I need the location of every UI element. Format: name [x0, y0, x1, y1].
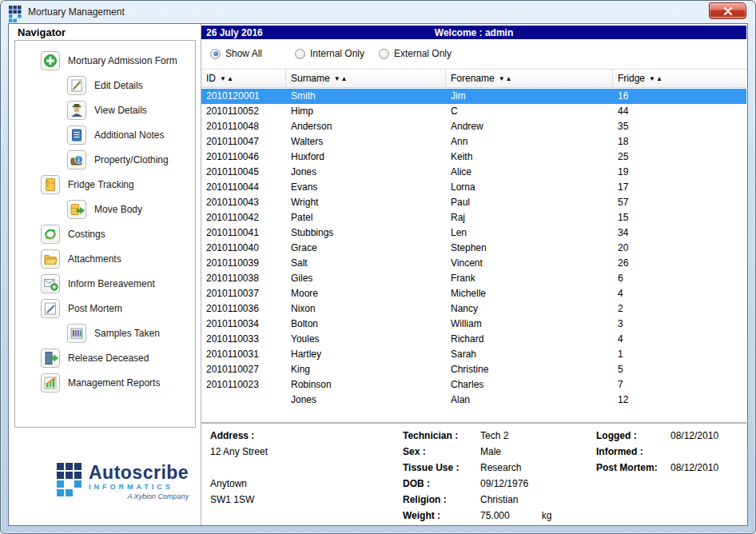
cell-fridge: 26: [618, 256, 746, 271]
nav-item-property-clothing[interactable]: Property/Clothing: [67, 150, 169, 169]
sort-arrows-icon[interactable]: ▼▲: [334, 75, 348, 82]
nav-item-label: Inform Bereavement: [68, 278, 155, 289]
cell-fridge: 1: [618, 347, 746, 362]
nav-item-management-reports[interactable]: Management Reports: [41, 373, 160, 393]
cell-id: 2010110043: [206, 195, 284, 210]
table-row[interactable]: 2010110031HartleySarah1: [201, 347, 746, 362]
table-row[interactable]: JonesAlan12: [201, 393, 746, 408]
cell-id: 2010110031: [206, 347, 284, 362]
nav-item-inform-bereavement[interactable]: Inform Bereavement: [41, 274, 155, 293]
detail-label-weight-: Weight :: [403, 508, 480, 524]
cell-id: 2010110042: [206, 210, 284, 225]
radio-circle-icon[interactable]: [295, 49, 305, 59]
table-row[interactable]: 2010110023RobinsonCharles7: [201, 377, 746, 393]
cell-surname: King: [291, 362, 444, 377]
detail-label-sex-: Sex :: [403, 444, 480, 460]
nav-item-move-body[interactable]: Move Body: [67, 200, 142, 219]
table-row[interactable]: 2010110044EvansLorna17: [201, 180, 746, 195]
cell-forename: Raj: [451, 210, 611, 225]
nav-item-label: Move Body: [94, 204, 142, 215]
table-row[interactable]: 2010110045JonesAlice19: [201, 165, 746, 180]
detail-label-tissue-use-: Tissue Use :: [403, 460, 480, 476]
radio-circle-icon[interactable]: [210, 49, 221, 59]
table-row[interactable]: 2010110043WrightPaul57: [201, 195, 746, 210]
cell-fridge: 25: [618, 149, 746, 165]
column-header-id[interactable]: ID▼▲: [201, 70, 286, 87]
table-row[interactable]: 2010110042PatelRaj15: [201, 210, 746, 225]
radio-label: Internal Only: [310, 48, 364, 59]
address-label: Address :: [210, 428, 254, 444]
window-content: Navigator Mortuary Admission FormEdit De…: [8, 23, 748, 526]
cell-surname: Salt: [291, 256, 444, 271]
table-row[interactable]: 2010110047WaltersAnn18: [201, 134, 746, 149]
cell-id: 2010110047: [206, 134, 284, 149]
table-row[interactable]: 2010110038GilesFrank6: [201, 271, 746, 286]
nav-item-label: Costings: [68, 229, 105, 240]
nav-item-fridge-tracking[interactable]: Fridge Tracking: [41, 175, 134, 194]
nav-item-label: Edit Details: [94, 80, 143, 91]
table-row[interactable]: 2010110036NixonNancy2: [201, 301, 746, 317]
cell-fridge: 3: [618, 317, 746, 332]
nav-item-mortuary-admission-form[interactable]: Mortuary Admission Form: [41, 51, 177, 70]
cell-forename: Ann: [451, 134, 611, 149]
table-row[interactable]: 2010110046HuxfordKeith25: [201, 149, 746, 165]
table-row[interactable]: 2010110040GraceStephen20: [201, 241, 746, 256]
cell-surname: Huxford: [291, 149, 444, 165]
cell-id: 2010110048: [206, 119, 284, 134]
nav-item-additional-notes[interactable]: Additional Notes: [67, 126, 164, 145]
detail-label-post-mortem-: Post Mortem:: [596, 460, 670, 476]
nav-item-label: Samples Taken: [94, 328, 160, 339]
nav-item-edit-details[interactable]: Edit Details: [67, 76, 143, 95]
post-mortem-icon: [41, 299, 60, 318]
nav-item-view-details[interactable]: View Details: [67, 101, 147, 120]
column-header-forename[interactable]: Forename▼▲: [446, 70, 613, 87]
nav-item-release-deceased[interactable]: Release Deceased: [41, 349, 149, 368]
nav-item-costings[interactable]: Costings: [41, 225, 105, 244]
table-row[interactable]: 2010110041StubbingsLen34: [201, 225, 746, 241]
table-row[interactable]: 2010110033YoulesRichard4: [201, 332, 746, 347]
cell-fridge: 15: [618, 210, 746, 225]
table-row[interactable]: 2010110039SaltVincent26: [201, 256, 746, 271]
radio-circle-icon[interactable]: [379, 49, 389, 59]
cell-id: 2010110034: [206, 317, 284, 332]
close-x-icon: [723, 7, 733, 15]
table-row[interactable]: 2010110027KingChristine5: [201, 362, 746, 377]
cell-fridge: 57: [618, 195, 746, 210]
cell-forename: Charles: [451, 377, 611, 393]
sort-arrows-icon[interactable]: ▼▲: [499, 75, 513, 82]
cell-forename: Paul: [451, 195, 611, 210]
nav-item-label: Post Mortem: [68, 303, 122, 314]
nav-item-attachments[interactable]: Attachments: [41, 249, 121, 269]
radio-external-only[interactable]: External Only: [379, 48, 452, 59]
nav-item-label: Property/Clothing: [94, 154, 169, 165]
radio-show-all[interactable]: Show All: [210, 48, 262, 59]
costings-icon: [41, 225, 60, 244]
table-row[interactable]: 2010110037MooreMichelle4: [201, 286, 746, 301]
radio-internal-only[interactable]: Internal Only: [295, 48, 364, 59]
title-bar[interactable]: Mortuary Management: [1, 1, 755, 23]
sort-arrows-icon[interactable]: ▼▲: [649, 75, 663, 82]
property-clothing-icon: [67, 150, 86, 169]
table-row[interactable]: 2010110052HimpC44: [201, 104, 746, 119]
nav-item-post-mortem[interactable]: Post Mortem: [41, 299, 122, 318]
nav-item-label: Mortuary Admission Form: [68, 55, 177, 66]
cell-surname: Giles: [291, 271, 444, 286]
table-row[interactable]: 2010110048AndersonAndrew35: [201, 119, 746, 134]
cell-forename: Richard: [451, 332, 611, 347]
column-header-fridge[interactable]: Fridge▼▲: [613, 70, 748, 87]
cell-surname: Bolton: [291, 317, 444, 332]
table-row[interactable]: 2010120001SmithJim16: [201, 89, 746, 104]
close-button[interactable]: [709, 2, 746, 19]
sort-arrows-icon[interactable]: ▼▲: [220, 75, 234, 82]
table-row[interactable]: 2010110034BoltonWilliam3: [201, 317, 746, 332]
cell-forename: Alice: [451, 165, 611, 180]
edit-details-icon: [67, 76, 86, 95]
detail-value: Tech 2: [480, 428, 508, 444]
app-logo-icon: [9, 6, 22, 19]
nav-item-samples-taken[interactable]: Samples Taken: [67, 324, 160, 343]
release-deceased-icon: [41, 349, 60, 368]
detail-value: Male: [480, 444, 501, 460]
detail-value: 75.000: [480, 508, 510, 524]
column-header-surname[interactable]: Surname▼▲: [286, 70, 446, 87]
cell-surname: Anderson: [291, 119, 444, 134]
